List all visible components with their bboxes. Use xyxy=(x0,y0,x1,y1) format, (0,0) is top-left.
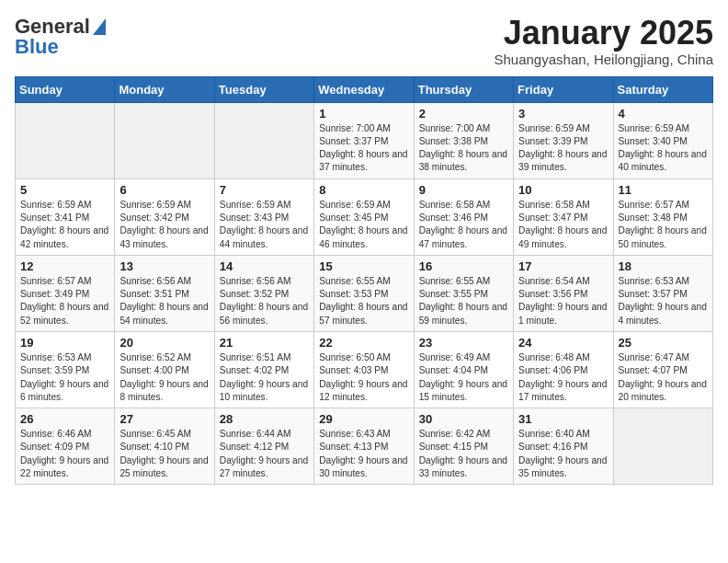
day-cell xyxy=(214,102,313,178)
day-number: 18 xyxy=(619,259,708,273)
day-cell: 19Sunrise: 6:53 AM Sunset: 3:59 PM Dayli… xyxy=(16,331,115,408)
day-cell xyxy=(613,408,712,485)
day-info: Sunrise: 6:59 AM Sunset: 3:45 PM Dayligh… xyxy=(319,199,408,251)
day-info: Sunrise: 6:59 AM Sunset: 3:42 PM Dayligh… xyxy=(119,199,209,251)
day-info: Sunrise: 7:00 AM Sunset: 3:37 PM Dayligh… xyxy=(319,122,408,175)
calendar-table: SundayMondayTuesdayWednesdayThursdayFrid… xyxy=(15,76,713,486)
day-info: Sunrise: 6:55 AM Sunset: 3:53 PM Dayligh… xyxy=(319,275,408,327)
calendar-subtitle: Shuangyashan, Heilongjiang, China xyxy=(494,52,713,67)
day-cell: 4Sunrise: 6:59 AM Sunset: 3:40 PM Daylig… xyxy=(613,102,712,178)
day-cell xyxy=(115,102,214,178)
day-number: 27 xyxy=(119,412,209,426)
day-number: 16 xyxy=(419,259,508,273)
header-cell-sunday: Sunday xyxy=(16,76,115,102)
day-number: 14 xyxy=(220,259,309,273)
day-number: 7 xyxy=(220,183,309,197)
day-number: 6 xyxy=(119,183,209,197)
day-info: Sunrise: 6:58 AM Sunset: 3:46 PM Dayligh… xyxy=(419,199,508,251)
day-cell: 17Sunrise: 6:54 AM Sunset: 3:56 PM Dayli… xyxy=(514,255,613,331)
header-cell-tuesday: Tuesday xyxy=(214,76,313,102)
day-info: Sunrise: 6:57 AM Sunset: 3:48 PM Dayligh… xyxy=(619,199,708,251)
day-info: Sunrise: 6:49 AM Sunset: 4:04 PM Dayligh… xyxy=(419,351,508,404)
day-number: 11 xyxy=(619,183,708,197)
day-info: Sunrise: 6:43 AM Sunset: 4:13 PM Dayligh… xyxy=(319,428,408,480)
week-row-1: 1Sunrise: 7:00 AM Sunset: 3:37 PM Daylig… xyxy=(16,102,713,178)
day-number: 30 xyxy=(419,412,508,426)
day-number: 2 xyxy=(419,107,508,121)
day-number: 29 xyxy=(319,412,408,426)
day-info: Sunrise: 6:52 AM Sunset: 4:00 PM Dayligh… xyxy=(119,351,209,404)
day-number: 23 xyxy=(419,336,508,350)
day-number: 20 xyxy=(119,336,209,350)
logo-icon xyxy=(93,18,106,35)
day-cell: 2Sunrise: 7:00 AM Sunset: 3:38 PM Daylig… xyxy=(414,102,513,178)
calendar-body: 1Sunrise: 7:00 AM Sunset: 3:37 PM Daylig… xyxy=(16,102,713,485)
week-row-5: 26Sunrise: 6:46 AM Sunset: 4:09 PM Dayli… xyxy=(16,408,713,485)
day-info: Sunrise: 6:59 AM Sunset: 3:41 PM Dayligh… xyxy=(20,199,109,251)
day-number: 19 xyxy=(20,336,109,350)
day-cell: 26Sunrise: 6:46 AM Sunset: 4:09 PM Dayli… xyxy=(16,408,115,485)
day-cell: 28Sunrise: 6:44 AM Sunset: 4:12 PM Dayli… xyxy=(214,408,313,485)
day-cell: 5Sunrise: 6:59 AM Sunset: 3:41 PM Daylig… xyxy=(16,178,115,255)
day-number: 12 xyxy=(20,259,109,273)
week-row-3: 12Sunrise: 6:57 AM Sunset: 3:49 PM Dayli… xyxy=(16,255,713,331)
day-info: Sunrise: 6:45 AM Sunset: 4:10 PM Dayligh… xyxy=(119,428,209,480)
day-number: 9 xyxy=(419,183,508,197)
day-info: Sunrise: 6:50 AM Sunset: 4:03 PM Dayligh… xyxy=(319,351,408,404)
day-number: 3 xyxy=(518,107,608,121)
day-info: Sunrise: 6:42 AM Sunset: 4:15 PM Dayligh… xyxy=(419,428,508,480)
day-cell: 6Sunrise: 6:59 AM Sunset: 3:42 PM Daylig… xyxy=(115,178,214,255)
day-info: Sunrise: 6:44 AM Sunset: 4:12 PM Dayligh… xyxy=(220,428,309,480)
week-row-4: 19Sunrise: 6:53 AM Sunset: 3:59 PM Dayli… xyxy=(16,331,713,408)
day-cell: 22Sunrise: 6:50 AM Sunset: 4:03 PM Dayli… xyxy=(314,331,414,408)
day-info: Sunrise: 6:58 AM Sunset: 3:47 PM Dayligh… xyxy=(518,199,608,251)
header-cell-wednesday: Wednesday xyxy=(314,76,414,102)
day-cell: 23Sunrise: 6:49 AM Sunset: 4:04 PM Dayli… xyxy=(414,331,513,408)
day-info: Sunrise: 6:55 AM Sunset: 3:55 PM Dayligh… xyxy=(419,275,508,327)
day-cell: 31Sunrise: 6:40 AM Sunset: 4:16 PM Dayli… xyxy=(514,408,613,485)
day-cell: 18Sunrise: 6:53 AM Sunset: 3:57 PM Dayli… xyxy=(613,255,712,331)
day-number: 10 xyxy=(518,183,608,197)
day-number: 26 xyxy=(20,412,109,426)
day-cell: 30Sunrise: 6:42 AM Sunset: 4:15 PM Dayli… xyxy=(414,408,513,485)
day-cell: 9Sunrise: 6:58 AM Sunset: 3:46 PM Daylig… xyxy=(414,178,513,255)
header-row: SundayMondayTuesdayWednesdayThursdayFrid… xyxy=(16,76,713,102)
day-info: Sunrise: 6:53 AM Sunset: 3:57 PM Dayligh… xyxy=(619,275,708,327)
day-number: 8 xyxy=(319,183,408,197)
day-info: Sunrise: 6:56 AM Sunset: 3:52 PM Dayligh… xyxy=(220,275,309,327)
day-cell: 16Sunrise: 6:55 AM Sunset: 3:55 PM Dayli… xyxy=(414,255,513,331)
day-cell: 27Sunrise: 6:45 AM Sunset: 4:10 PM Dayli… xyxy=(115,408,214,485)
day-info: Sunrise: 6:40 AM Sunset: 4:16 PM Dayligh… xyxy=(518,428,608,480)
day-cell: 8Sunrise: 6:59 AM Sunset: 3:45 PM Daylig… xyxy=(314,178,414,255)
day-number: 13 xyxy=(119,259,209,273)
logo-blue-text: Blue xyxy=(15,35,59,59)
day-cell: 11Sunrise: 6:57 AM Sunset: 3:48 PM Dayli… xyxy=(613,178,712,255)
day-cell: 15Sunrise: 6:55 AM Sunset: 3:53 PM Dayli… xyxy=(314,255,414,331)
day-info: Sunrise: 6:53 AM Sunset: 3:59 PM Dayligh… xyxy=(20,351,109,404)
page-header: General Blue January 2025 Shuangyashan, … xyxy=(15,15,713,67)
day-number: 31 xyxy=(518,412,608,426)
day-info: Sunrise: 6:47 AM Sunset: 4:07 PM Dayligh… xyxy=(619,351,708,404)
header-cell-saturday: Saturday xyxy=(613,76,712,102)
day-cell: 24Sunrise: 6:48 AM Sunset: 4:06 PM Dayli… xyxy=(514,331,613,408)
day-number: 21 xyxy=(220,336,309,350)
day-cell: 14Sunrise: 6:56 AM Sunset: 3:52 PM Dayli… xyxy=(214,255,313,331)
day-number: 1 xyxy=(319,107,408,121)
calendar-title: January 2025 xyxy=(494,15,713,52)
calendar-header: SundayMondayTuesdayWednesdayThursdayFrid… xyxy=(16,76,713,102)
day-info: Sunrise: 6:57 AM Sunset: 3:49 PM Dayligh… xyxy=(20,275,109,327)
day-info: Sunrise: 6:46 AM Sunset: 4:09 PM Dayligh… xyxy=(20,428,109,480)
logo: General Blue xyxy=(15,15,106,59)
day-info: Sunrise: 6:48 AM Sunset: 4:06 PM Dayligh… xyxy=(518,351,608,404)
day-cell xyxy=(16,102,115,178)
day-cell: 1Sunrise: 7:00 AM Sunset: 3:37 PM Daylig… xyxy=(314,102,414,178)
day-number: 25 xyxy=(619,336,708,350)
day-info: Sunrise: 6:59 AM Sunset: 3:43 PM Dayligh… xyxy=(220,199,309,251)
day-info: Sunrise: 6:59 AM Sunset: 3:39 PM Dayligh… xyxy=(518,122,608,175)
title-block: January 2025 Shuangyashan, Heilongjiang,… xyxy=(494,15,713,67)
day-number: 22 xyxy=(319,336,408,350)
week-row-2: 5Sunrise: 6:59 AM Sunset: 3:41 PM Daylig… xyxy=(16,178,713,255)
day-cell: 7Sunrise: 6:59 AM Sunset: 3:43 PM Daylig… xyxy=(214,178,313,255)
day-cell: 25Sunrise: 6:47 AM Sunset: 4:07 PM Dayli… xyxy=(613,331,712,408)
day-info: Sunrise: 6:54 AM Sunset: 3:56 PM Dayligh… xyxy=(518,275,608,327)
